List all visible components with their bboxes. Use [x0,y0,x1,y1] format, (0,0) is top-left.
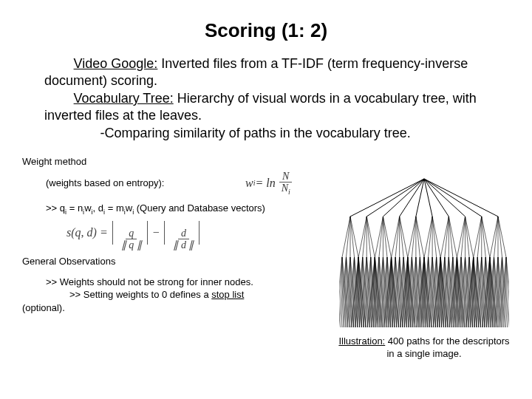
video-google-label: Video Google: [74,56,158,71]
wi-num: N [279,171,292,183]
weight-method-header: Weight method [22,155,510,168]
illustration-caption: Illustration: 400 paths for the descript… [335,335,513,361]
wi-fraction: N Ni [279,171,293,196]
wi-eq: = ln [255,175,275,191]
weight-method-sub: (weights based on entropy): [46,177,223,190]
sqd-d: d [178,228,189,239]
sqd-qnorm: ∥ q ∥ [118,239,145,250]
stop-list-label: stop list [211,289,244,300]
sqd-q: q [126,228,137,239]
paragraph-video-google: Video Google: Inverted files from a TF-I… [44,55,488,89]
wi-formula: wi = ln N Ni [245,171,293,196]
wi-lhs: w [245,175,253,191]
body-text: Video Google: Inverted files from a TF-I… [44,55,488,142]
slide: Scoring (1: 2) Video Google: Inverted fi… [0,0,532,399]
illus-text: 400 paths for the descriptors in a singl… [385,335,509,359]
tree-paths-icon [339,176,509,331]
wi-den: Ni [279,183,293,196]
paragraph-vocab-tree: Vocabulary Tree: Hierarchy of visual wor… [44,90,488,123]
vocab-tree-label: Vocabulary Tree: [74,91,174,106]
paragraph-compare: -Comparing similarity of paths in the vo… [44,125,488,142]
sqd-dnorm: ∥ d ∥ [170,239,197,250]
illus-label: Illustration: [338,335,385,347]
illustration: Illustration: 400 paths for the descript… [335,176,513,361]
sqd-minus: − [152,226,160,239]
slide-title: Scoring (1: 2) [22,19,510,42]
compare-text: -Comparing similarity of paths in the vo… [100,126,411,140]
sqd-lhs: s(q, d) = [66,226,108,239]
